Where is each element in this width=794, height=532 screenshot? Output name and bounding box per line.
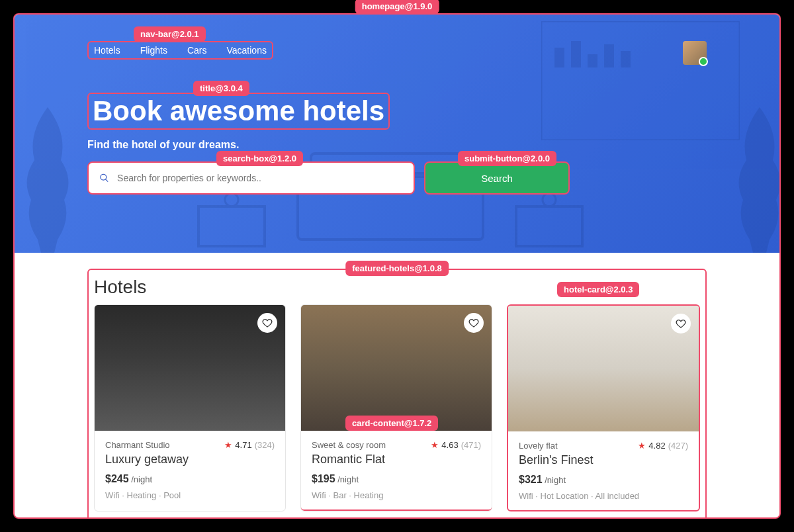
search-icon (99, 173, 109, 183)
price-per: /night (131, 474, 152, 484)
hotel-title: Luxury getaway (105, 453, 275, 466)
rating-value: 4.71 (235, 440, 251, 450)
annotation-cardcontent: card-content@1.7.2 (345, 416, 438, 431)
homepage: nav-bar@2.0.1 title@3.0.4 search-box@1.2… (13, 13, 781, 519)
star-icon: ★ (224, 440, 232, 450)
search-box[interactable] (87, 161, 415, 195)
price-per: /night (545, 475, 566, 485)
price-per: /night (337, 474, 359, 484)
favorite-button[interactable] (671, 314, 691, 333)
star-icon: ★ (638, 441, 646, 451)
hotel-eyebrow: Lovely flat (519, 441, 558, 451)
nav-flights[interactable]: Flights (140, 45, 167, 56)
hotel-eyebrow: Sweet & cosy room (312, 440, 386, 450)
rating-count: (324) (255, 440, 275, 450)
hotel-price: $321 (519, 474, 543, 485)
svg-rect-4 (604, 44, 614, 67)
svg-line-13 (105, 179, 108, 182)
hotel-price: $195 (312, 473, 335, 484)
annotation-featured: featured-hotels@1.0.8 (345, 261, 449, 276)
annotation-title: title@3.0.4 (193, 81, 249, 96)
hotel-image (301, 305, 492, 431)
page-title: Book awesome hotels (93, 95, 384, 127)
svg-rect-3 (588, 54, 597, 67)
annotation-homepage: homepage@1.9.0 (355, 0, 439, 14)
hotel-eyebrow: Charmant Studio (105, 440, 170, 450)
hotel-price: $245 (105, 473, 129, 484)
hero: Hotels Flights Cars Vacations Book aweso… (15, 15, 779, 253)
annotation-navbar: nav-bar@2.0.1 (134, 26, 206, 42)
search-input[interactable] (117, 173, 403, 183)
svg-rect-5 (621, 51, 631, 67)
svg-point-11 (543, 193, 556, 206)
svg-point-10 (225, 193, 238, 206)
nav-cars[interactable]: Cars (187, 45, 207, 56)
annotation-searchbox: search-box@1.2.0 (216, 151, 303, 166)
svg-point-12 (101, 174, 107, 180)
card-content: Sweet & cosy room ★4.63(471) Romantic Fl… (300, 429, 492, 511)
rating-value: 4.63 (441, 440, 458, 450)
svg-rect-2 (571, 41, 581, 67)
hotel-amenities: Wifi · Heating · Pool (105, 490, 275, 500)
card-content: Charmant Studio ★4.71(324) Luxury getawa… (95, 431, 285, 510)
hotel-amenities: Wifi · Bar · Heating (312, 490, 481, 500)
heart-icon (262, 318, 273, 328)
svg-rect-1 (554, 48, 564, 67)
hotel-card[interactable]: Lovely flat ★4.82(427) Berlin's Finest $… (507, 304, 700, 511)
heart-icon (468, 318, 479, 328)
hotel-title: Berlin's Finest (519, 453, 688, 467)
favorite-button[interactable] (257, 313, 277, 333)
hotel-card[interactable]: Charmant Studio ★4.71(324) Luxury getawa… (94, 304, 286, 511)
svg-rect-8 (198, 206, 265, 246)
favorite-button[interactable] (464, 313, 484, 333)
nav-bar: Hotels Flights Cars Vacations (87, 41, 273, 60)
annotation-hotelcard: hotel-card@2.0.3 (557, 282, 639, 297)
card-content: Lovely flat ★4.82(427) Berlin's Finest $… (508, 431, 699, 510)
hotel-image (95, 305, 285, 431)
hotel-card[interactable]: Sweet & cosy room ★4.63(471) Romantic Fl… (300, 304, 492, 511)
search-button[interactable]: Search (424, 161, 570, 195)
hotel-amenities: Wifi · Hot Location · All included (519, 491, 688, 501)
hotel-title: Romantic Flat (312, 453, 481, 466)
page-subtitle: Find the hotel of your dreams. (87, 139, 707, 151)
nav-hotels[interactable]: Hotels (94, 45, 120, 56)
annotation-submitbtn: submit-button@2.0.0 (458, 151, 556, 166)
heart-icon (676, 318, 686, 329)
rating-count: (471) (461, 440, 481, 450)
rating-value: 4.82 (648, 441, 665, 451)
nav-vacations[interactable]: Vacations (226, 45, 266, 56)
featured-hotels: Hotels Charmant Studio ★4.71(324) Luxury… (87, 269, 707, 519)
rating-count: (427) (668, 441, 688, 451)
hotel-image (508, 306, 699, 431)
avatar[interactable] (683, 41, 707, 65)
svg-rect-9 (516, 206, 582, 246)
star-icon: ★ (431, 440, 439, 450)
